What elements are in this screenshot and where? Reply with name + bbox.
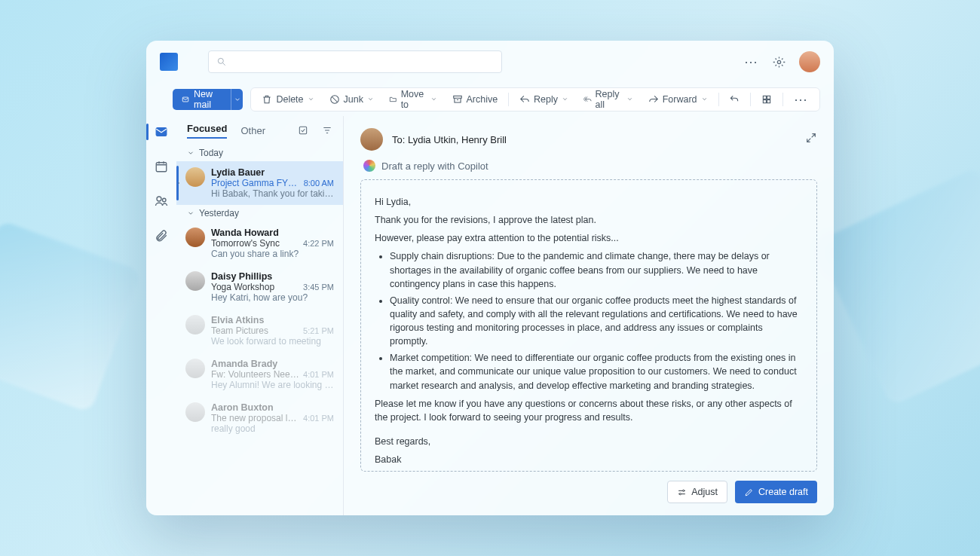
copilot-prompt[interactable]: Draft a reply with Copilot [360,158,817,179]
list-item[interactable]: Amanda Brady Fw: Volunteers Needed4:01 P… [176,353,343,396]
filter-icon[interactable] [322,125,332,136]
sliders-icon [677,487,687,497]
undo-button[interactable] [723,88,746,111]
create-draft-label: Create draft [758,487,808,497]
draft-paragraph: Thank you for the revisions, I approve t… [375,213,803,227]
copilot-hint: Draft a reply with Copilot [381,160,488,172]
reply-label: Reply [534,94,558,105]
list-item[interactable]: Wanda Howard Tomorrow's Sync4:22 PM Can … [176,221,343,265]
rail-calendar[interactable] [146,157,176,176]
apps-button[interactable] [755,88,778,111]
chevron-down-icon [430,96,437,102]
rail-mail[interactable] [146,122,176,142]
draft-signoff: Best regards, [375,435,803,448]
list-item[interactable]: Aaron Buxton The new proposal looks4:01 … [176,396,343,440]
new-mail-dropdown[interactable] [231,89,243,110]
adjust-label: Adjust [691,487,718,497]
select-all-icon[interactable] [298,125,308,136]
avatar [185,359,205,378]
delete-button[interactable]: Delete [256,88,320,111]
separator [782,93,783,106]
message-subject: Tomorrow's Sync [211,238,280,249]
settings-icon[interactable] [773,56,786,69]
message-subject: Fw: Volunteers Needed [211,369,300,380]
current-user-avatar[interactable] [799,51,820,72]
reply-all-icon [583,94,592,105]
chevron-right-icon [176,180,182,186]
group-yesterday-label: Yesterday [199,208,239,218]
draft-signature: Babak [375,453,803,466]
reply-button[interactable]: Reply [513,88,574,111]
tab-other[interactable]: Other [240,125,265,136]
reading-pane: To: Lydia Utkin, Henry Brill Draft a rep… [344,116,834,515]
draft-greeting: Hi Lydia, [375,195,803,209]
new-mail-label: New mail [194,89,222,110]
message-from: Amanda Brady [211,359,277,369]
rail-people[interactable] [146,191,176,211]
draft-actions: Adjust Create draft [360,481,817,503]
avatar [185,167,205,187]
junk-button[interactable]: Junk [323,88,380,111]
message-from: Aaron Buxton [211,402,274,413]
titlebar: ⋯ [146,41,834,83]
list-item[interactable]: Lydia Bauer Project Gamma FY23 Planni8:0… [176,161,343,205]
group-today-label: Today [199,148,223,158]
svg-point-12 [163,198,167,202]
avatar [185,402,205,422]
group-yesterday[interactable]: Yesterday [176,205,343,221]
pencil-icon [744,487,754,497]
message-time: 5:21 PM [303,326,334,335]
forward-button[interactable]: Forward [642,88,714,111]
message-time: 3:45 PM [303,283,334,292]
message-subject: Yoga Workshop [211,282,274,292]
move-to-button[interactable]: Move to [383,88,443,111]
mail-icon [155,125,168,139]
svg-rect-10 [156,163,167,172]
group-today[interactable]: Today [176,145,343,161]
attachment-icon [155,229,168,243]
tab-focused[interactable]: Focused [187,123,227,139]
chevron-down-icon [187,209,194,217]
forward-label: Forward [663,94,697,105]
calendar-icon [155,160,168,173]
rail-files[interactable] [146,226,176,246]
chevron-down-icon [234,96,241,103]
list-item[interactable]: Elvia Atkins Team Pictures5:21 PM We loo… [176,309,343,353]
list-item[interactable]: Daisy Phillips Yoga Workshop3:45 PM Hey … [176,265,343,309]
people-icon [155,194,168,208]
svg-rect-6 [767,96,770,99]
message-subject: Team Pictures [211,325,268,336]
message-preview: really good [211,423,334,434]
ribbon-more-button[interactable]: ⋯ [788,88,815,111]
more-icon[interactable]: ⋯ [744,53,759,70]
message-time: 4:01 PM [303,370,334,379]
chevron-down-icon [367,96,374,102]
ribbon: Delete Junk Move to Archive Reply [250,87,820,112]
mail-icon [182,94,189,105]
create-draft-button[interactable]: Create draft [735,481,817,503]
message-preview: Hey Katri, how are you? [211,292,334,303]
avatar [185,228,205,247]
toolbar: New mail Delete Junk Move to [146,83,834,116]
trash-icon [262,94,272,105]
svg-point-1 [777,60,780,63]
archive-label: Archive [467,94,498,105]
svg-point-14 [683,490,684,491]
adjust-button[interactable]: Adjust [667,481,727,503]
search-input[interactable] [208,50,502,73]
message-from: Elvia Atkins [211,315,264,325]
reply-all-button[interactable]: Reply all [577,88,639,111]
message-time: 4:01 PM [303,414,334,423]
new-mail-button[interactable]: New mail [173,89,231,110]
forward-icon [648,94,659,105]
delete-label: Delete [276,94,303,105]
message-from: Wanda Howard [211,228,279,238]
message-preview: Hey Alumni! We are looking for [211,380,334,390]
message-preview: We look forward to meeting [211,336,334,347]
block-icon [329,94,340,105]
draft-bullet: Supply chain disruptions: Due to the pan… [390,249,803,290]
expand-button[interactable] [805,132,817,147]
archive-button[interactable]: Archive [446,88,504,111]
message-time: 8:00 AM [304,179,334,188]
reply-all-label: Reply all [596,89,623,110]
